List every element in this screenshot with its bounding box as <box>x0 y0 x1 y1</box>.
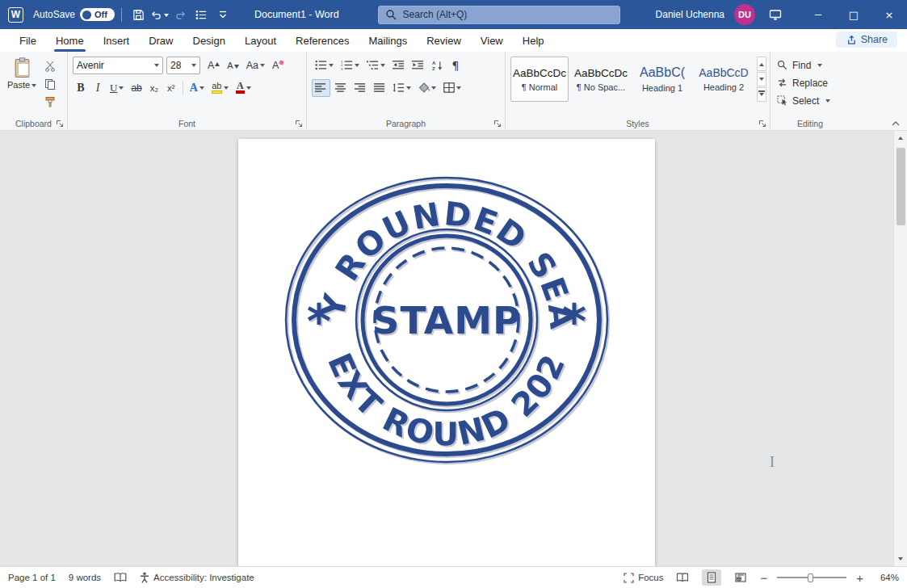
font-dialog-launcher[interactable] <box>295 120 303 128</box>
shrink-font-button[interactable]: A <box>224 57 241 74</box>
redo-button[interactable] <box>170 4 191 25</box>
multilevel-chevron-icon <box>380 64 385 69</box>
document-page[interactable]: MY ROUNDED SEAL TEXT ROUND 2021 STAMP * … <box>238 139 655 566</box>
scroll-down-button[interactable] <box>894 552 907 566</box>
maximize-button[interactable]: □ <box>836 0 871 29</box>
tab-insert[interactable]: Insert <box>94 29 140 52</box>
undo-button[interactable] <box>149 4 170 25</box>
styles-dialog-launcher[interactable] <box>758 120 766 128</box>
save-button[interactable] <box>128 4 149 25</box>
tab-home[interactable]: Home <box>46 29 94 52</box>
replace-button[interactable]: Replace <box>775 75 846 90</box>
find-button[interactable]: Find <box>775 57 846 73</box>
align-left-button[interactable] <box>312 79 330 97</box>
bullets-button[interactable] <box>312 57 337 74</box>
share-button[interactable]: Share <box>836 32 897 48</box>
zoom-slider-handle[interactable] <box>808 573 813 582</box>
decrease-indent-button[interactable] <box>389 57 408 74</box>
clear-formatting-button[interactable]: A <box>269 57 287 74</box>
tab-review[interactable]: Review <box>417 29 471 52</box>
tab-file[interactable]: File <box>10 29 46 52</box>
close-button[interactable]: × <box>871 0 907 29</box>
autosave-toggle[interactable]: AutoSave Off <box>33 8 115 21</box>
zoom-slider[interactable] <box>777 577 846 578</box>
font-color-button[interactable]: A <box>233 79 254 97</box>
grow-font-button[interactable]: A <box>204 57 223 74</box>
replace-label: Replace <box>792 78 828 89</box>
word-logo[interactable]: W <box>8 7 23 23</box>
multilevel-list-button[interactable] <box>363 57 388 74</box>
style-no-spacing[interactable]: AaBbCcDc ¶ No Spac... <box>572 57 630 102</box>
cut-button[interactable] <box>41 58 59 74</box>
style-normal[interactable]: AaBbCcDc ¶ Normal <box>510 57 569 102</box>
line-spacing-button[interactable] <box>389 79 414 97</box>
show-marks-button[interactable]: ¶ <box>447 57 464 74</box>
superscript-button[interactable]: x² <box>163 79 179 97</box>
font-name-select[interactable]: Avenir <box>73 57 163 74</box>
avatar[interactable]: DU <box>734 4 755 25</box>
print-layout-button[interactable] <box>702 569 721 586</box>
text-effects-button[interactable]: A <box>187 79 208 97</box>
tab-references[interactable]: References <box>286 29 359 52</box>
underline-button[interactable]: U <box>107 79 127 97</box>
style-heading-1[interactable]: AaBbC( Heading 1 <box>633 57 691 102</box>
copy-button[interactable] <box>41 76 59 91</box>
web-layout-button[interactable] <box>731 569 750 586</box>
scrollbar-thumb[interactable] <box>897 148 905 225</box>
customize-quick-access-button[interactable] <box>212 4 233 25</box>
zoom-in-button[interactable]: + <box>856 572 863 584</box>
styles-more-button[interactable] <box>757 87 766 102</box>
user-name[interactable]: Daniel Uchenna <box>656 9 724 20</box>
quick-access-list-button[interactable] <box>191 4 212 25</box>
read-mode-button[interactable] <box>673 569 692 586</box>
change-case-button[interactable]: Aa <box>243 57 268 74</box>
underline-glyph: U <box>110 82 117 94</box>
strikethrough-button[interactable]: ab <box>128 79 145 97</box>
italic-button[interactable]: I <box>90 79 106 97</box>
bold-button[interactable]: B <box>73 79 89 97</box>
sort-button[interactable]: AZ <box>428 57 447 74</box>
tab-design[interactable]: Design <box>183 29 235 52</box>
numbering-button[interactable]: 123 <box>338 57 363 74</box>
paste-button[interactable]: Paste <box>5 55 39 117</box>
search-box[interactable] <box>378 6 620 24</box>
format-painter-button[interactable] <box>41 94 59 109</box>
highlight-button[interactable]: ab <box>208 79 232 97</box>
select-button[interactable]: Select <box>775 93 846 108</box>
zoom-level[interactable]: 64% <box>873 573 899 582</box>
autosave-pill[interactable]: Off <box>80 8 115 21</box>
style-heading-2[interactable]: AaBbCcD Heading 2 <box>695 57 753 102</box>
font-row-2: B I U ab x₂ x² A ab A <box>73 78 303 98</box>
borders-button[interactable] <box>440 79 464 97</box>
paragraph-dialog-launcher[interactable] <box>493 120 502 128</box>
collapse-ribbon-button[interactable] <box>891 120 901 128</box>
accessibility-button[interactable]: Accessibility: Investigate <box>140 572 254 583</box>
tab-help[interactable]: Help <box>513 29 554 52</box>
minimize-button[interactable]: ─ <box>800 0 836 29</box>
status-bar: Page 1 of 1 9 words Accessibility: Inves… <box>0 566 907 588</box>
titlebar-separator <box>121 8 122 22</box>
search-input[interactable] <box>378 6 620 24</box>
increase-indent-button[interactable] <box>409 57 427 74</box>
justify-button[interactable] <box>370 79 388 97</box>
proofing-button[interactable] <box>114 573 127 582</box>
shading-button[interactable] <box>415 79 439 97</box>
vertical-scrollbar[interactable] <box>893 131 907 566</box>
tab-view[interactable]: View <box>471 29 513 52</box>
focus-button[interactable]: Focus <box>624 573 663 583</box>
tab-mailings[interactable]: Mailings <box>359 29 418 52</box>
ribbon-display-options-button[interactable] <box>765 4 786 25</box>
subscript-button[interactable]: x₂ <box>146 79 162 97</box>
page-indicator[interactable]: Page 1 of 1 <box>8 573 56 582</box>
styles-scroll-up-button[interactable] <box>757 57 766 71</box>
clipboard-dialog-launcher[interactable] <box>56 120 64 128</box>
align-center-button[interactable] <box>331 79 350 97</box>
align-right-button[interactable] <box>351 79 369 97</box>
font-size-select[interactable]: 28 <box>166 57 200 74</box>
styles-scroll-down-button[interactable] <box>757 72 766 86</box>
scroll-up-button[interactable] <box>894 131 907 145</box>
word-count[interactable]: 9 words <box>69 573 101 582</box>
zoom-out-button[interactable]: − <box>760 572 767 584</box>
tab-draw[interactable]: Draw <box>139 29 183 52</box>
tab-layout[interactable]: Layout <box>235 29 286 52</box>
